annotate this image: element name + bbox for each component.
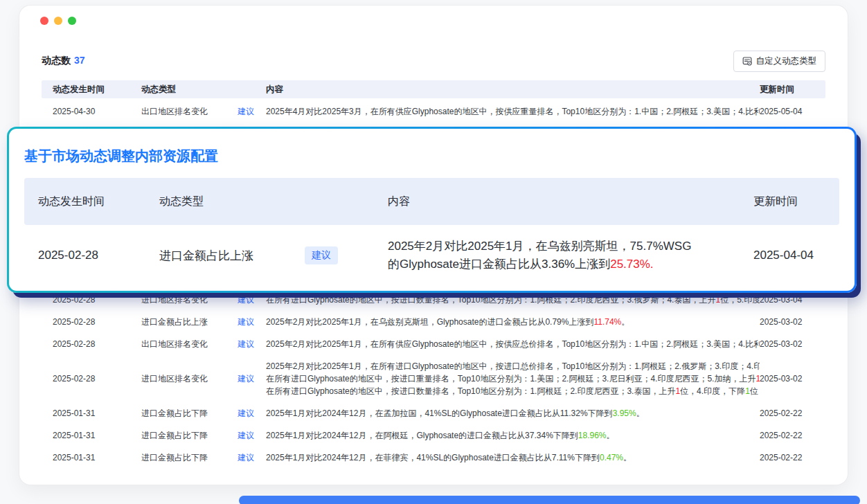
content-line: 2025年2月对比2025年1月，在所有供应Glyphosate的地区中，按供应… xyxy=(266,338,760,350)
header-type: 动态类型 xyxy=(138,84,266,96)
overlay-header-time: 动态发生时间 xyxy=(24,195,159,209)
content-line: 2025年1月对比2024年12月，在菲律宾，41%SL的Glyphosate进… xyxy=(266,451,760,464)
content-text: 在所有进口Glyphosate的地区中，按进口数量排名，Top10地区分别为：1… xyxy=(266,386,675,396)
dynamics-count-label: 动态数 xyxy=(42,55,71,66)
content-line: 在所有进口Glyphosate的地区中，按进口数量排名，Top10地区分别为：1… xyxy=(266,294,760,306)
content-text: 2025年2月对比2025年1月，在所有供应Glyphosate的地区中，按供应… xyxy=(266,339,760,349)
overlay-header-updated: 更新时间 xyxy=(738,195,839,209)
content-text: 。 xyxy=(636,408,645,418)
row-time: 2025-02-28 xyxy=(42,317,138,327)
page-title: 动态数37 xyxy=(42,55,85,67)
table-row[interactable]: 2025-01-31 进口金额占比下降 建议 2025年1月对比2024年12月… xyxy=(42,402,825,424)
content-line: 2025年2月对比2025年1月，在所有进口Glyphosate的地区中，按进口… xyxy=(266,360,760,372)
table-header-row: 动态发生时间 动态类型 内容 更新时间 xyxy=(42,80,825,98)
table-row[interactable]: 2025-04-30 出口地区排名变化 建议 2025年4月对比2025年3月，… xyxy=(42,100,825,123)
highlight-green-text: 3.95% xyxy=(613,408,636,418)
minimize-window-icon[interactable] xyxy=(54,17,62,25)
row-suggest-link[interactable]: 建议 xyxy=(238,106,254,118)
row-content: 2025年2月对比2025年1月，在乌兹别克斯坦，Glyphosate的进口金额… xyxy=(266,316,760,328)
bottom-accent-bar xyxy=(239,496,860,504)
row-suggest-link[interactable]: 建议 xyxy=(238,294,254,306)
highlight-green-text: 18.96% xyxy=(578,431,607,440)
table-row[interactable]: 2025-02-28 进口金额占比上涨 建议 2025年2月对比2025年1月，… xyxy=(42,311,825,333)
table-row[interactable]: 2025-02-28 出口地区排名变化 建议 2025年2月对比2025年1月，… xyxy=(42,333,825,355)
close-window-icon[interactable] xyxy=(40,17,48,25)
row-type: 进口金额占比下降 xyxy=(141,452,208,464)
table-row[interactable]: 2025-01-31 进口金额占比下降 建议 2025年1月对比2024年12月… xyxy=(42,447,825,469)
row-type: 进口金额占比下降 xyxy=(141,408,208,420)
content-line: 在所有进口Glyphosate的地区中，按进口数量排名，Top10地区分别为：1… xyxy=(266,385,760,397)
overlay-header-content: 内容 xyxy=(388,195,738,209)
row-content: 2025年4月对比2025年3月，在所有供应Glyphosate的地区中，按供应… xyxy=(266,105,760,118)
row-updated: 2025-02-22 xyxy=(760,408,825,418)
row-time: 2025-01-31 xyxy=(42,453,138,462)
row-updated: 2025-02-22 xyxy=(760,431,825,440)
row-type: 出口地区排名变化 xyxy=(141,339,208,350)
overlay-title: 基于市场动态调整内部资源配置 xyxy=(24,147,839,165)
row-content: 2025年2月对比2025年1月，在所有进口Glyphosate的地区中，按进口… xyxy=(266,360,760,397)
row-suggest-link[interactable]: 建议 xyxy=(238,339,254,350)
customize-button-label: 自定义动态类型 xyxy=(756,55,817,67)
row-type: 进口金额占比下降 xyxy=(141,430,208,442)
content-text: 2025年1月对比2024年12月，在孟加拉国，41%SL的Glyphosate… xyxy=(266,408,613,418)
maximize-window-icon[interactable] xyxy=(68,17,76,25)
content-text: 的Glyphosate进口金额占比从3.36%上涨到 xyxy=(388,258,610,271)
content-line: 2025年2月对比2025年1月，在乌兹别克斯坦，Glyphosate的进口金额… xyxy=(266,316,760,328)
content-line: 2025年4月对比2025年3月，在所有供应Glyphosate的地区中，按供应… xyxy=(266,105,760,118)
highlight-red-text: 11.74% xyxy=(593,317,621,327)
row-updated: 2025-03-02 xyxy=(760,339,825,349)
row-time: 2025-01-31 xyxy=(42,431,138,440)
overlay-row-type: 进口金额占比上涨 xyxy=(159,248,253,264)
overlay-row-content: 2025年2月对比2025年1月，在乌兹别亮斯坦，75.7%WSG的Glypho… xyxy=(388,237,738,273)
row-type: 出口地区排名变化 xyxy=(141,106,208,118)
overlay-header-type: 动态类型 xyxy=(159,195,388,209)
overlay-suggest-badge[interactable]: 建议 xyxy=(305,246,338,264)
content-text: 2025年2月对比2025年1月，在乌兹别克斯坦，Glyphosate的进口金额… xyxy=(266,317,593,327)
row-updated: 2025-05-04 xyxy=(760,107,825,116)
row-suggest-link[interactable]: 建议 xyxy=(238,408,254,420)
row-time: 2025-04-30 xyxy=(42,107,138,116)
row-suggest-link[interactable]: 建议 xyxy=(238,430,254,442)
row-updated: 2025-03-02 xyxy=(760,374,825,384)
row-suggest-link[interactable]: 建议 xyxy=(238,373,254,385)
customize-form-icon xyxy=(742,56,752,66)
customize-dynamic-type-button[interactable]: 自定义动态类型 xyxy=(733,51,826,72)
content-text: 2025年4月对比2025年3月，在所有供应Glyphosate的地区中，按供应… xyxy=(266,107,760,116)
highlight-green-text: 1 xyxy=(745,386,750,396)
toolbar: 动态数37 自定义动态类型 xyxy=(42,47,825,75)
header-time: 动态发生时间 xyxy=(42,84,138,96)
overlay-header-row: 动态发生时间 动态类型 内容 更新时间 xyxy=(24,178,839,225)
content-text: 2025年1月对比2024年12月，在阿根廷，Glyphosate的进口金额占比… xyxy=(266,431,578,440)
content-text: 2025年1月对比2024年12月，在菲律宾，41%SL的Glyphosate进… xyxy=(266,453,600,462)
table-row[interactable]: 2025-02-28 进口地区排名变化 建议 2025年2月对比2025年1月，… xyxy=(42,355,825,402)
highlight-overlay-card: 基于市场动态调整内部资源配置 动态发生时间 动态类型 内容 更新时间 2025-… xyxy=(9,129,855,291)
content-text: 位，4.印度，下降 xyxy=(680,386,745,396)
row-type: 进口地区排名变化 xyxy=(141,373,208,385)
row-content: 2025年1月对比2024年12月，在菲律宾，41%SL的Glyphosate进… xyxy=(266,451,760,464)
overlay-table-row[interactable]: 2025-02-28 进口金额占比上涨 建议 2025年2月对比2025年1月，… xyxy=(24,225,839,286)
row-suggest-link[interactable]: 建议 xyxy=(238,452,254,464)
content-text: 2025年2月对比2025年1月，在所有进口Glyphosate的地区中，按进口… xyxy=(266,361,760,371)
row-type: 进口金额占比上涨 xyxy=(141,316,208,328)
row-suggest-link[interactable]: 建议 xyxy=(238,316,254,328)
row-content: 2025年1月对比2024年12月，在孟加拉国，41%SL的Glyphosate… xyxy=(266,407,760,420)
content-text: 。 xyxy=(621,317,629,327)
row-time: 2025-02-28 xyxy=(42,339,138,349)
content-line: 在所有进口Glyphosate的地区中，按进口重量排名，Top10地区分别为：1… xyxy=(266,372,760,385)
table-row[interactable]: 2025-01-31 进口金额占比下降 建议 2025年1月对比2024年12月… xyxy=(42,424,825,447)
highlight-red-text: 25.73%. xyxy=(610,258,653,271)
overlay-row-time: 2025-02-28 xyxy=(24,249,159,262)
header-content: 内容 xyxy=(266,84,760,96)
row-content: 2025年2月对比2025年1月，在所有供应Glyphosate的地区中，按供应… xyxy=(266,338,760,350)
row-updated: 2025-03-02 xyxy=(760,317,825,327)
row-updated: 2025-02-22 xyxy=(760,453,825,462)
row-updated: 2025-03-04 xyxy=(760,295,825,305)
row-content: 在所有进口Glyphosate的地区中，按进口数量排名，Top10地区分别为：1… xyxy=(266,294,760,306)
row-time: 2025-02-28 xyxy=(42,374,138,384)
highlight-overlay: 基于市场动态调整内部资源配置 动态发生时间 动态类型 内容 更新时间 2025-… xyxy=(7,127,857,293)
row-time: 2025-01-31 xyxy=(42,408,138,418)
content-text: 。 xyxy=(607,431,615,440)
highlight-green-text: 0.47% xyxy=(600,453,623,462)
overlay-row-updated: 2025-04-04 xyxy=(738,249,839,262)
content-text: 位，5.印度，下降 xyxy=(720,295,760,305)
